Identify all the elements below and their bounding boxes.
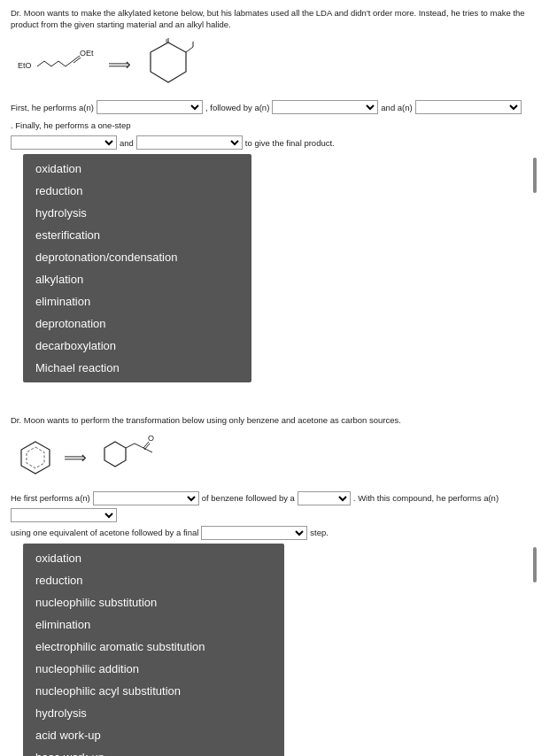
dropdown-5[interactable] [136,135,243,150]
svg-line-5 [66,61,73,66]
svg-marker-9 [151,42,186,82]
and-label: and [120,135,134,150]
dropdown-item-oxidation-1[interactable]: oxidation [23,158,251,180]
of-benzene-label: of benzene followed by a [202,490,295,505]
dropdown-item-reduction-1[interactable]: reduction [23,180,251,202]
he-first-label: He first performs a(n) [11,490,90,505]
problem1-section: Dr. Moon wants to make the alkylated ket… [0,0,549,400]
svg-line-19 [135,444,143,448]
dropdown-2-1[interactable] [93,491,199,505]
first-performs-label: First, he performs a(n) [11,100,94,115]
svg-marker-16 [27,447,44,468]
using-label: using one equivalent of acetone followed… [11,525,198,540]
svg-marker-17 [104,442,126,467]
dropdown-item-elimination-1[interactable]: elimination [23,290,251,312]
dropdown-item-nucleophilic-substitution-2[interactable]: nucleophilic substitution [23,591,284,613]
dropdown-item-hydrolysis-2[interactable]: hydrolysis [23,702,284,724]
dropdown-item-nucleophilic-acyl-2[interactable]: nucleophilic acyl substitution [23,680,284,702]
dropdown-1[interactable] [97,100,203,114]
dropdown-3[interactable] [415,100,522,114]
svg-line-4 [58,61,66,66]
dropdown-item-alkylation-1[interactable]: alkylation [23,268,251,290]
svg-marker-15 [21,442,50,474]
dropdown-item-elimination-2[interactable]: elimination [23,613,284,636]
svg-line-1 [37,61,44,66]
performs-line2: and to give the final product. [11,135,538,150]
to-give-label: to give the final product. [245,135,335,150]
and-an-label: and a(n) [381,100,412,115]
with-compound-label: . With this compound, he performs a(n) [353,490,499,505]
performs-line2-1: He first performs a(n) of benzene follow… [11,490,538,522]
problem2-section: Dr. Moon wants to perform the transforma… [0,407,549,756]
starting-material-2 [18,440,53,475]
starting-material-1: EtO OEt [18,40,97,89]
dropdown-panel-container-1: oxidation reduction hydrolysis esterific… [11,154,538,382]
dropdown-item-decarboxylation-1[interactable]: decarboxylation [23,335,251,357]
reaction-arrow-1: ⟹ [108,55,131,74]
dropdown-item-hydrolysis-1[interactable]: hydrolysis [23,202,251,224]
dropdown-panel-container-2: oxidation reduction nucleophilic substit… [11,544,538,756]
dropdown-panel-2: oxidation reduction nucleophilic substit… [23,544,284,756]
dropdown-item-michael-1[interactable]: Michael reaction [23,357,251,379]
svg-line-7 [73,58,81,63]
product-1: O [142,38,195,91]
problem2-text: Dr. Moon wants to perform the transforma… [11,414,538,426]
dropdown-2-4[interactable] [201,526,307,540]
dropdown-2-2[interactable] [298,491,351,505]
reaction-diagram-2: ⟹ O [11,433,538,482]
scrollbar-1[interactable] [533,158,537,193]
performs-line1: First, he performs a(n) , followed by a(… [11,100,538,133]
svg-line-13 [186,47,193,52]
step-label: step. [310,525,329,540]
followed-by-label: , followed by a(n) [205,100,269,115]
dropdown-item-oxidation-2[interactable]: oxidation [23,547,284,569]
reaction-arrow-2: ⟹ [64,448,87,467]
svg-text:O: O [148,434,154,443]
svg-line-23 [143,448,152,452]
dropdown-2[interactable] [272,100,378,114]
performs-line2-2: using one equivalent of acetone followed… [11,525,538,540]
dropdown-2-3[interactable] [11,508,117,522]
svg-line-18 [126,444,135,448]
svg-line-2 [44,61,51,66]
svg-text:OEt: OEt [80,49,94,58]
problem1-text: Dr. Moon wants to make the alkylated ket… [11,7,538,31]
scrollbar-2[interactable] [533,547,537,582]
dropdown-item-deprotonation-condensation-1[interactable]: deprotonation/condensation [23,246,251,268]
svg-line-3 [51,61,58,66]
svg-line-6 [73,56,80,61]
dropdown-4[interactable] [11,135,117,150]
dropdown-panel-1: oxidation reduction hydrolysis esterific… [23,154,251,382]
finally-label: . Finally, he performs a one-step [11,118,131,133]
dropdown-item-nucleophilic-addition-2[interactable]: nucleophilic addition [23,658,284,680]
dropdown-item-acid-workup-2[interactable]: acid work-up [23,724,284,746]
reaction-diagram-1: EtO OEt ⟹ O [11,38,538,91]
dropdown-item-esterification-1[interactable]: esterification [23,224,251,246]
dropdown-item-electrophilic-aromatic-2[interactable]: electrophilic aromatic substitution [23,636,284,658]
dropdown-item-base-workup-2[interactable]: base work-up [23,746,284,756]
product-2: O [97,433,159,482]
dropdown-item-deprotonation-1[interactable]: deprotonation [23,312,251,335]
svg-text:EtO: EtO [18,61,32,70]
dropdown-item-reduction-2[interactable]: reduction [23,569,284,591]
